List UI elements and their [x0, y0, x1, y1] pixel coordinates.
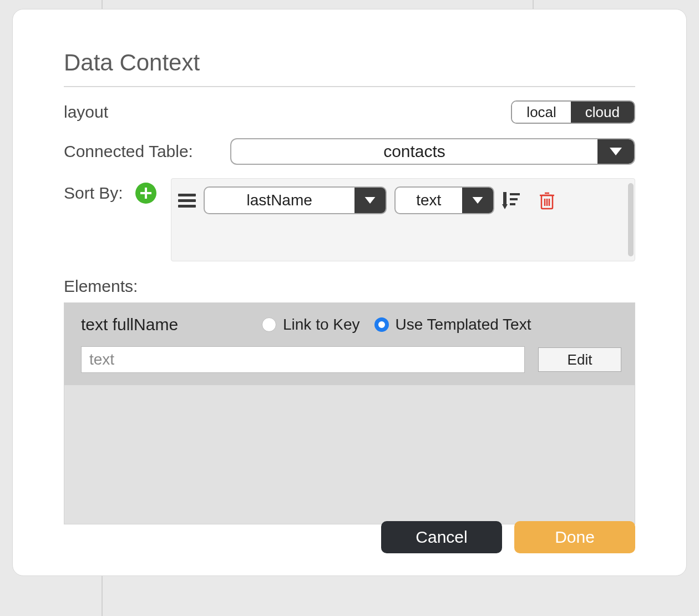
svg-rect-5: [503, 192, 506, 205]
template-text-placeholder: text: [89, 351, 114, 368]
sort-item: lastName text: [178, 186, 628, 214]
radio-link-label: Link to Key: [283, 316, 360, 334]
svg-marker-0: [610, 148, 622, 155]
cancel-button[interactable]: Cancel: [381, 521, 502, 553]
layout-toggle[interactable]: local cloud: [511, 100, 635, 124]
svg-rect-2: [140, 192, 151, 194]
svg-rect-9: [510, 203, 515, 205]
svg-rect-8: [510, 198, 518, 200]
sort-by-label: Sort By:: [64, 184, 123, 203]
radio-link-to-key[interactable]: Link to Key: [262, 316, 360, 334]
connected-table-value: contacts: [231, 139, 597, 164]
dialog-title: Data Context: [64, 49, 635, 76]
elements-panel: text fullName Link to Key Use Templated …: [64, 302, 635, 524]
svg-marker-3: [364, 197, 375, 204]
done-button[interactable]: Done: [514, 521, 635, 553]
layout-row: layout local cloud: [64, 99, 635, 125]
layout-toggle-local[interactable]: local: [512, 102, 570, 123]
divider: [64, 86, 635, 87]
element-row: text fullName Link to Key Use Templated …: [64, 303, 635, 385]
add-sort-button[interactable]: [135, 183, 156, 204]
radio-template-label: Use Templated Text: [396, 316, 531, 334]
connected-table-row: Connected Table: contacts: [64, 138, 635, 165]
connected-table-select[interactable]: contacts: [230, 138, 635, 165]
sort-direction-icon[interactable]: [502, 191, 521, 210]
sort-field-select[interactable]: lastName: [204, 186, 387, 214]
elements-label: Elements:: [64, 277, 635, 296]
sort-type-value: text: [396, 188, 462, 213]
drag-handle-icon[interactable]: [178, 191, 196, 210]
sort-by-row: Sort By: lastName text: [64, 178, 635, 261]
template-text-input[interactable]: text: [81, 346, 525, 373]
dialog-footer: Cancel Done: [381, 521, 635, 553]
connected-table-label: Connected Table:: [64, 142, 230, 161]
sort-field-value: lastName: [205, 188, 354, 213]
data-context-dialog: Data Context layout local cloud Connecte…: [12, 9, 687, 576]
radio-icon: [262, 317, 276, 332]
trash-icon[interactable]: [539, 191, 555, 210]
radio-use-templated-text[interactable]: Use Templated Text: [374, 316, 531, 334]
layout-label: layout: [64, 103, 108, 122]
layout-toggle-cloud[interactable]: cloud: [571, 102, 634, 123]
sort-type-select[interactable]: text: [394, 186, 494, 214]
svg-marker-6: [502, 204, 508, 209]
sort-panel: lastName text: [171, 178, 635, 261]
chevron-down-icon[interactable]: [354, 188, 386, 213]
edit-button[interactable]: Edit: [538, 347, 621, 372]
svg-marker-4: [472, 197, 483, 204]
svg-rect-7: [510, 193, 520, 195]
chevron-down-icon[interactable]: [597, 139, 634, 164]
radio-icon: [374, 317, 389, 332]
element-title: text fullName: [81, 315, 247, 334]
chevron-down-icon[interactable]: [462, 188, 493, 213]
